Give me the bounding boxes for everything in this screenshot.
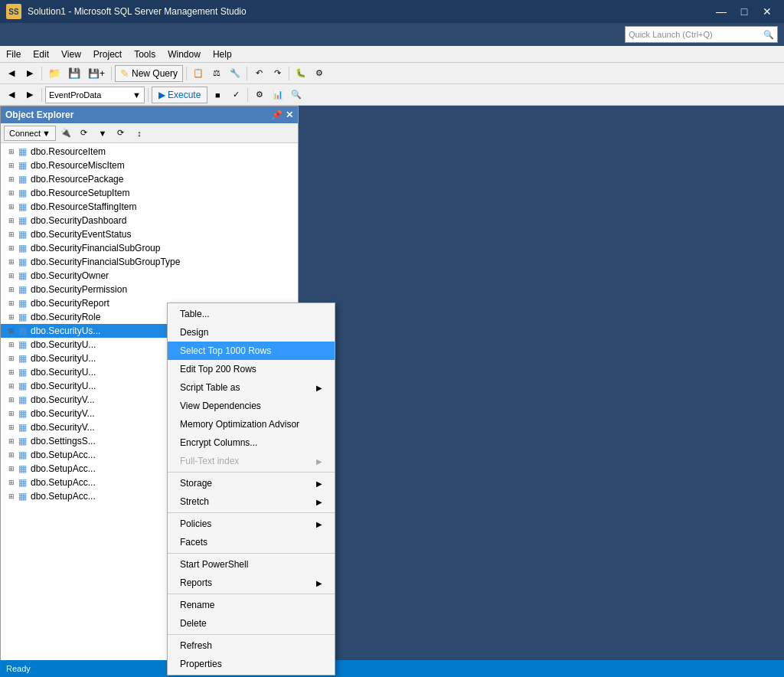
submenu-arrow-icon: ▶ — [316, 479, 322, 488]
tree-item[interactable]: ⊞ ▦ dbo.ResourceStaffingItem — [1, 200, 298, 214]
context-menu-item-delete[interactable]: Delete — [168, 614, 335, 633]
oe-header: Object Explorer 📌 ✕ — [1, 106, 298, 123]
context-menu-item-refresh[interactable]: Refresh — [168, 636, 335, 655]
table-icon: ▦ — [16, 297, 28, 309]
table-icon: ▦ — [16, 228, 28, 240]
oe-close-button[interactable]: ✕ — [286, 110, 293, 120]
tree-item[interactable]: ⊞ ▦ dbo.ResourceItem — [1, 145, 298, 159]
toolbar-undo[interactable]: ↶ — [250, 65, 267, 82]
oe-disconnect-btn[interactable]: 🔌 — [57, 126, 74, 141]
parse-btn[interactable]: ✓ — [227, 87, 244, 103]
context-menu-item-select-top-1000-rows[interactable]: Select Top 1000 Rows — [168, 342, 335, 360]
tree-item-label: dbo.SetupAcc... — [31, 477, 96, 488]
tree-expand-icon: ⊞ — [7, 312, 16, 322]
oe-collapse-btn[interactable]: ↕ — [131, 126, 148, 141]
right-panel — [299, 106, 784, 677]
table-icon: ▦ — [16, 394, 28, 406]
maximize-button[interactable]: □ — [733, 3, 755, 20]
context-menu-item-table[interactable]: Table... — [168, 305, 335, 323]
sql-back[interactable]: ◀ — [3, 87, 20, 103]
execute-button[interactable]: ▶ Execute — [152, 87, 207, 103]
context-menu-item-design[interactable]: Design — [168, 323, 335, 342]
minimize-button[interactable]: — — [710, 3, 732, 20]
tree-expand-icon: ⊞ — [7, 437, 16, 446]
toolbar-diff[interactable]: 🔧 — [227, 65, 243, 82]
tree-expand-icon: ⊞ — [7, 478, 16, 487]
quick-launch-input[interactable]: Quick Launch (Ctrl+Q) 🔍 — [625, 26, 778, 43]
sql-btn3[interactable]: 🔍 — [288, 87, 305, 103]
tree-item[interactable]: ⊞ ▦ dbo.ResourceSetupItem — [1, 186, 298, 200]
forward-button[interactable]: ▶ — [21, 65, 38, 82]
context-menu-item-memory-optimization-advisor[interactable]: Memory Optimization Advisor — [168, 415, 335, 433]
cancel-query[interactable]: ■ — [209, 87, 226, 103]
ctx-item-label: Table... — [180, 309, 210, 319]
tree-item[interactable]: ⊞ ▦ dbo.SecurityOwner — [1, 269, 298, 283]
open-file-button[interactable]: 📁 — [45, 65, 64, 82]
toolbar-settings[interactable]: ⚙ — [311, 65, 328, 82]
toolbar-compare[interactable]: ⚖ — [208, 65, 225, 82]
context-menu-separator — [168, 512, 335, 513]
tree-item[interactable]: ⊞ ▦ dbo.SecurityFinancialSubGroup — [1, 241, 298, 255]
save-button[interactable]: 💾 — [65, 65, 83, 82]
tree-expand-icon: ⊞ — [7, 175, 16, 184]
tree-expand-icon: ⊞ — [7, 492, 16, 501]
context-menu-item-view-dependencies[interactable]: View Dependencies — [168, 397, 335, 415]
sql-btn1[interactable]: ⚙ — [251, 87, 268, 103]
menu-edit[interactable]: Edit — [27, 46, 55, 62]
context-menu-item-rename[interactable]: Rename — [168, 596, 335, 614]
database-selector[interactable]: EventProData ▼ — [45, 87, 145, 103]
new-query-button[interactable]: ✎ New Query — [115, 65, 183, 82]
toolbar-redo[interactable]: ↷ — [269, 65, 286, 82]
tree-item[interactable]: ⊞ ▦ dbo.ResourceMiscItem — [1, 159, 298, 172]
tree-expand-icon: ⊞ — [7, 409, 16, 418]
tree-item[interactable]: ⊞ ▦ dbo.SecurityPermission — [1, 283, 298, 296]
connect-button[interactable]: Connect ▼ — [4, 126, 56, 141]
toolbar-debug[interactable]: 🐛 — [292, 65, 309, 82]
menu-tools[interactable]: Tools — [128, 46, 162, 62]
tree-item-label: dbo.SecurityFinancialSubGroupType — [31, 257, 180, 267]
tree-item[interactable]: ⊞ ▦ dbo.SecurityFinancialSubGroupType — [1, 255, 298, 269]
sql-btn2[interactable]: 📊 — [270, 87, 286, 103]
context-menu-item-reports[interactable]: Reports ▶ — [168, 574, 335, 592]
menu-view[interactable]: View — [55, 46, 87, 62]
tree-expand-icon: ⊞ — [7, 202, 16, 211]
ctx-item-label: Facets — [180, 537, 207, 548]
sql-toolbar: ◀ ▶ EventProData ▼ ▶ Execute ■ ✓ ⚙ 📊 🔍 — [0, 84, 784, 106]
close-button[interactable]: ✕ — [756, 3, 778, 20]
menu-window[interactable]: Window — [162, 46, 207, 62]
tree-item-label: dbo.SecurityV... — [31, 422, 95, 433]
menu-project[interactable]: Project — [87, 46, 128, 62]
sql-forward[interactable]: ▶ — [21, 87, 38, 103]
context-menu-item-start-powershell[interactable]: Start PowerShell — [168, 555, 335, 574]
toolbar-extract[interactable]: 📋 — [190, 65, 207, 82]
tree-expand-icon: ⊞ — [7, 354, 16, 363]
tree-item[interactable]: ⊞ ▦ dbo.ResourcePackage — [1, 172, 298, 186]
tree-item[interactable]: ⊞ ▦ dbo.SecurityEventStatus — [1, 227, 298, 241]
tree-item-label: dbo.SecurityU... — [31, 353, 96, 364]
context-menu-item-facets[interactable]: Facets — [168, 533, 335, 551]
context-menu-item-storage[interactable]: Storage ▶ — [168, 474, 335, 492]
main-toolbar: ◀ ▶ 📁 💾 💾+ ✎ New Query 📋 ⚖ 🔧 ↶ ↷ 🐛 ⚙ — [0, 63, 784, 84]
back-button[interactable]: ◀ — [3, 65, 20, 82]
menu-file[interactable]: File — [0, 46, 27, 62]
table-icon: ▦ — [16, 173, 28, 185]
menu-help[interactable]: Help — [207, 46, 238, 62]
oe-filter-btn[interactable]: ▼ — [94, 126, 111, 141]
table-icon: ▦ — [16, 201, 28, 213]
table-icon: ▦ — [16, 352, 28, 365]
context-menu-item-edit-top-200-rows[interactable]: Edit Top 200 Rows — [168, 360, 335, 378]
oe-sync-btn[interactable]: ⟳ — [113, 126, 129, 141]
save-all-button[interactable]: 💾+ — [85, 65, 108, 82]
context-menu-item-encrypt-columns[interactable]: Encrypt Columns... — [168, 433, 335, 452]
context-menu-item-script-table-as[interactable]: Script Table as ▶ — [168, 378, 335, 397]
oe-refresh-btn[interactable]: ⟳ — [76, 126, 93, 141]
execute-icon: ▶ — [158, 90, 165, 100]
context-menu-item-policies[interactable]: Policies ▶ — [168, 515, 335, 533]
tree-item-label: dbo.SecurityOwner — [31, 270, 109, 281]
oe-pin-button[interactable]: 📌 — [271, 110, 283, 120]
table-icon: ▦ — [16, 146, 28, 158]
context-menu-item-properties[interactable]: Properties — [168, 655, 335, 673]
ctx-item-label: Refresh — [180, 640, 212, 651]
context-menu-item-stretch[interactable]: Stretch ▶ — [168, 492, 335, 511]
tree-item[interactable]: ⊞ ▦ dbo.SecurityDashboard — [1, 214, 298, 227]
